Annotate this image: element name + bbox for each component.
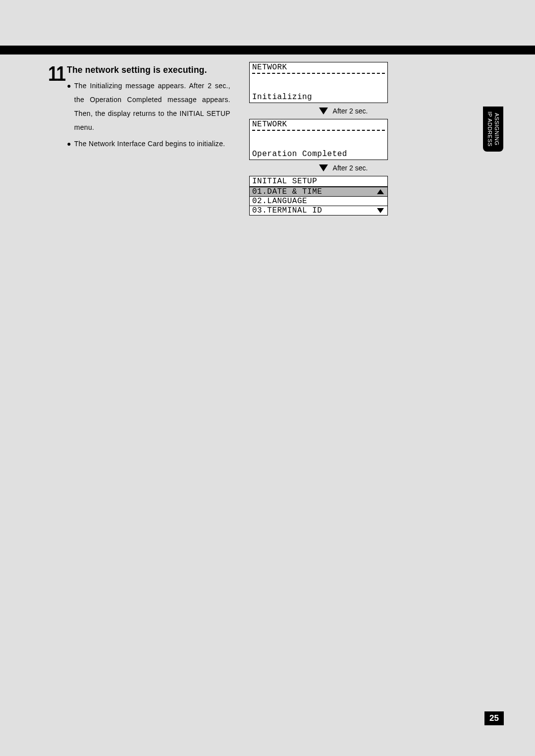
menu-item-terminal-id: 03.TERMINAL ID <box>250 206 387 215</box>
bullet-item: ● The Initializing message appears. Afte… <box>67 79 230 134</box>
step-title: The network setting is executing. <box>67 65 207 75</box>
down-arrow-icon <box>319 108 328 114</box>
side-tab-line2: IP ADDRESS <box>487 111 493 147</box>
lcd-screen-completed: NETWORK Operation Completed <box>249 119 388 160</box>
dashed-line <box>252 130 385 131</box>
lcd-text: Initializing <box>250 93 387 103</box>
menu-item-language: 02.LANGUAGE <box>250 196 387 206</box>
lcd-screen-initializing: NETWORK Initializing <box>249 62 388 103</box>
down-arrow-icon <box>377 208 384 213</box>
bullet-text: The Network Interface Card begins to ini… <box>74 137 230 151</box>
arrow-caption: After 2 sec. <box>299 107 388 115</box>
section-tab: ASSIGNING IP ADDRESS <box>483 107 503 152</box>
screens-column: NETWORK Initializing After 2 sec. NETWOR… <box>249 62 388 216</box>
bullet-dot-icon: ● <box>67 79 71 134</box>
header-black-bar <box>0 46 535 54</box>
menu-item-label: 02.LANGUAGE <box>252 197 307 206</box>
menu-header: INITIAL SETUP <box>250 176 387 187</box>
menu-screen: INITIAL SETUP 01.DATE & TIME 02.LANGUAGE… <box>249 176 388 216</box>
lcd-spacer <box>250 74 387 93</box>
bullet-text: The Initializing message appears. After … <box>74 79 230 134</box>
lcd-header: NETWORK <box>250 119 387 129</box>
bullet-dot-icon: ● <box>67 137 71 151</box>
arrow-caption: After 2 sec. <box>299 164 388 172</box>
menu-item-date-time: 01.DATE & TIME <box>250 187 387 196</box>
lcd-spacer <box>250 131 387 150</box>
bullet-item: ● The Network Interface Card begins to i… <box>67 137 230 151</box>
page-number: 25 <box>484 711 504 725</box>
step-number: 11 <box>48 62 64 86</box>
side-tab-line1: ASSIGNING <box>494 113 500 146</box>
dashed-line <box>252 73 385 74</box>
bullet-list: ● The Initializing message appears. Afte… <box>67 79 230 153</box>
up-arrow-icon <box>377 189 384 194</box>
down-arrow-icon <box>319 164 328 171</box>
lcd-header: NETWORK <box>250 62 387 72</box>
lcd-text: Operation Completed <box>250 150 387 160</box>
arrow-text: After 2 sec. <box>333 164 368 172</box>
arrow-text: After 2 sec. <box>333 107 368 115</box>
menu-item-label: 01.DATE & TIME <box>252 187 322 196</box>
menu-item-label: 03.TERMINAL ID <box>252 206 322 215</box>
